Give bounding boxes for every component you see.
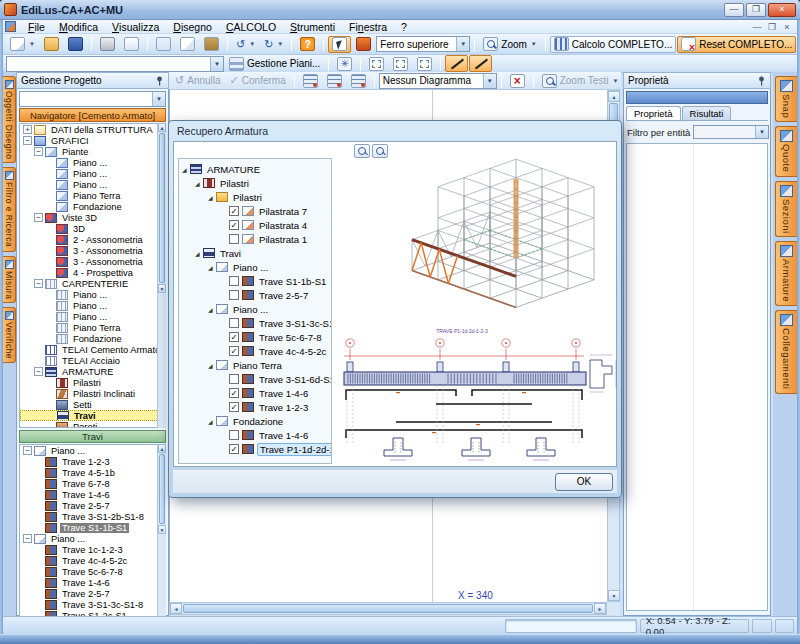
canvas-horizontal-scrollbar[interactable]: ◄ ► <box>169 602 607 615</box>
dialog-tree-item[interactable]: ✓Trave P1-1d-2d-1-2-3 <box>179 442 331 456</box>
filter-combo[interactable]: ▼ <box>693 125 769 139</box>
tree-item[interactable]: Piano ... <box>20 157 165 168</box>
diagram-scale-button[interactable] <box>506 72 529 89</box>
list-item[interactable]: Trave 2-5-7 <box>20 500 165 511</box>
close-button[interactable]: × <box>768 3 796 17</box>
chevron-down-icon[interactable]: ▼ <box>755 126 768 138</box>
pin-icon[interactable] <box>757 76 766 86</box>
tree-item[interactable]: −Viste 3D <box>20 212 165 223</box>
checkbox[interactable]: ✓ <box>229 388 239 398</box>
list-item[interactable]: Trave 1c-1-2-3 <box>20 544 165 555</box>
scrollbar-thumb[interactable] <box>183 604 593 613</box>
dialog-tree-item[interactable]: ◢Piano Terra <box>179 358 331 372</box>
tree-item[interactable]: Pilastri <box>20 377 165 388</box>
project-filter-combo[interactable]: ▼ <box>19 91 166 107</box>
checkbox[interactable]: ✓ <box>229 444 239 454</box>
help-button[interactable]: ? <box>296 36 319 53</box>
tree-item[interactable]: −CARPENTERIE <box>20 278 165 289</box>
tree-item[interactable]: TELAI Cemento Armato <box>20 344 165 355</box>
ferro-layer-button[interactable] <box>352 36 375 53</box>
zoom-button[interactable]: Zoom▼ <box>479 36 541 53</box>
menu-item-visualizza[interactable]: Visualizza <box>105 20 166 33</box>
checkbox[interactable]: ✓ <box>229 346 239 356</box>
chevron-down-icon[interactable]: ▼ <box>483 74 496 88</box>
tree-arrow-icon[interactable]: ◢ <box>208 264 216 271</box>
zoom-previous-button[interactable] <box>413 55 436 72</box>
grid-option-3-button[interactable] <box>347 72 370 89</box>
scroll-up-icon[interactable]: ▲ <box>608 91 620 102</box>
minimize-button[interactable]: — <box>724 3 744 17</box>
tree-arrow-icon[interactable]: ◢ <box>208 194 216 201</box>
mdi-close-button[interactable]: × <box>781 22 793 32</box>
tree-item[interactable]: Setti <box>20 399 165 410</box>
regenerate-button[interactable] <box>333 55 356 72</box>
tree-item[interactable]: Piano ... <box>20 168 165 179</box>
checkbox[interactable] <box>229 374 239 384</box>
tree-item[interactable]: Piano Terra <box>20 322 165 333</box>
dialog-tree-item[interactable]: ◢Piano ... <box>179 302 331 316</box>
print-button[interactable] <box>96 36 119 53</box>
save-button[interactable] <box>64 36 87 53</box>
list-item[interactable]: −Piano ... <box>20 445 165 456</box>
chevron-down-icon[interactable]: ▼ <box>456 37 469 51</box>
tree-item[interactable]: −Piante <box>20 146 165 157</box>
dialog-tree-item[interactable]: Trave 3-S1-6d-S1-8 <box>179 372 331 386</box>
reset-completo-button[interactable]: Reset COMPLETO... <box>677 36 796 53</box>
dialog-tree-item[interactable]: ◢ARMATURE <box>179 162 331 176</box>
tree-item[interactable]: Pareti <box>20 421 165 428</box>
checkbox[interactable]: ✓ <box>229 206 239 216</box>
redo-button[interactable]: ↻▼ <box>260 36 287 53</box>
expand-toggle[interactable]: − <box>23 534 32 543</box>
expand-toggle[interactable]: − <box>34 213 43 222</box>
checkbox[interactable] <box>229 430 239 440</box>
mdi-restore-button[interactable]: ❐ <box>766 22 778 32</box>
new-button[interactable]: ▼ <box>6 36 39 53</box>
checkbox[interactable] <box>229 276 239 286</box>
tree-item[interactable]: TELAI Acciaio <box>20 355 165 366</box>
right-tab-quote[interactable]: Quote <box>775 126 797 176</box>
checkbox[interactable] <box>229 318 239 328</box>
checkbox[interactable]: ✓ <box>229 332 239 342</box>
checkbox[interactable]: ✓ <box>229 220 239 230</box>
grid-option-2-button[interactable] <box>323 72 346 89</box>
list-item[interactable]: Trave 1-2-3 <box>20 456 165 467</box>
list-item[interactable]: Trave S1-1b-S1 <box>20 522 165 533</box>
right-tab-sezioni[interactable]: Sezioni <box>775 181 797 238</box>
element-combo[interactable]: ▼ <box>6 56 224 72</box>
tree-item[interactable]: Piano ... <box>20 289 165 300</box>
expand-toggle[interactable]: − <box>34 147 43 156</box>
dialog-tree-item[interactable]: Trave 1-4-6 <box>179 428 331 442</box>
list-item[interactable]: Trave 2-5-7 <box>20 588 165 599</box>
select-pointer-button[interactable] <box>328 36 351 53</box>
list-item[interactable]: −Piano ... <box>20 533 165 544</box>
open-button[interactable] <box>40 36 63 53</box>
tree-arrow-icon[interactable]: ◢ <box>208 418 216 425</box>
left-tab-verifiche[interactable]: Verifiche <box>3 307 16 363</box>
checkbox[interactable] <box>229 290 239 300</box>
chevron-down-icon[interactable]: ▼ <box>152 92 165 106</box>
project-panel-header[interactable]: Gestione Progetto <box>16 72 169 89</box>
expand-toggle[interactable]: − <box>23 136 32 145</box>
undo-button[interactable]: ↺▼ <box>232 36 259 53</box>
navigator-scrollbar[interactable]: ▲ ▼ <box>157 123 166 428</box>
diagramma-combo[interactable]: Nessun Diagramma ▼ <box>379 73 497 89</box>
list-item[interactable]: Trave 5c-6-7-8 <box>20 566 165 577</box>
beam-drawing-preview[interactable]: TRAVE P1-1d-2d-1-2-3 <box>334 326 620 466</box>
scroll-down-icon[interactable]: ▼ <box>158 284 166 293</box>
copy-button[interactable] <box>176 36 199 53</box>
dialog-tree-item[interactable]: ✓Pilastrata 4 <box>179 218 331 232</box>
zoom-window-button[interactable] <box>365 55 388 72</box>
list-item[interactable]: Trave 3-S1-2b-S1-8 <box>20 511 165 522</box>
scroll-up-icon[interactable]: ▲ <box>158 123 166 132</box>
tree-arrow-icon[interactable]: ◢ <box>208 306 216 313</box>
annulla-button[interactable]: ↺Annulla <box>171 72 225 89</box>
list-item[interactable]: Trave 1-4-6 <box>20 577 165 588</box>
scroll-right-icon[interactable]: ► <box>594 603 606 614</box>
tree-item[interactable]: Fondazione <box>20 333 165 344</box>
left-tab-filtro-e-ricerca[interactable]: Filtro e Ricerca <box>3 167 16 251</box>
draw-polyline-button[interactable] <box>469 55 492 72</box>
tree-item[interactable]: 2 - Assonometria <box>20 234 165 245</box>
tree-item[interactable]: Fondazione <box>20 201 165 212</box>
dialog-tree-item[interactable]: Trave 3-S1-3c-S1-8 <box>179 316 331 330</box>
dialog-tree-item[interactable]: Trave S1-1b-S1 <box>179 274 331 288</box>
